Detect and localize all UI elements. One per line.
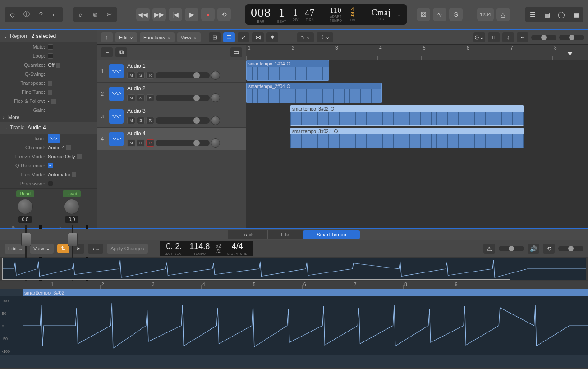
time-signature[interactable]: 44TIME [348, 4, 357, 25]
region-header[interactable]: ⌄ Region: 2 selected [0, 30, 97, 42]
track-header[interactable]: 2 Audio 2 M S R [97, 83, 246, 105]
volume-slider[interactable] [156, 95, 210, 101]
volume-slider[interactable] [156, 72, 210, 78]
secondary-tool[interactable]: ✢ ⌄ [317, 32, 333, 42]
loops-icon[interactable]: ◯ [555, 8, 568, 21]
automation-mode[interactable]: Read [16, 190, 34, 197]
stepper[interactable] [56, 63, 60, 68]
mute-button[interactable]: M [127, 139, 135, 147]
list-icon[interactable]: ☰ [526, 8, 539, 21]
play-icon[interactable]: ▶ [185, 8, 198, 21]
warning-icon[interactable]: ⚠ [483, 244, 495, 254]
mute-button[interactable]: M [127, 72, 135, 79]
hzoom-icon[interactable]: ↔ [517, 32, 528, 42]
snap-menu[interactable]: ⊙⌄ [473, 32, 485, 42]
track-icon[interactable] [109, 132, 124, 146]
inspector-row[interactable]: Freeze Mode:Source Only [0, 152, 97, 161]
tab-track[interactable]: Track [228, 230, 267, 239]
catch-icon[interactable]: ⁕ [266, 32, 278, 42]
library-icon[interactable]: ◇ [5, 8, 19, 21]
record-icon[interactable]: ● [201, 8, 215, 21]
track-icon[interactable] [109, 87, 124, 101]
editor-signature[interactable]: 4/4 [232, 242, 243, 251]
waveform-display[interactable]: 100500-50-100 [0, 296, 588, 355]
audio-region[interactable]: smarttempo_3#02.1 [290, 128, 524, 148]
pan-knob[interactable] [211, 116, 220, 125]
metronome-icon[interactable]: △ [496, 8, 510, 21]
inspector-row[interactable]: Icon: [0, 134, 97, 143]
mute-button[interactable]: M [127, 94, 135, 101]
editor-tempo[interactable]: 114.8 [189, 242, 210, 251]
lcd-key[interactable]: Cmaj [372, 9, 391, 17]
ed-hzoom[interactable] [558, 246, 583, 251]
rewind-icon[interactable]: ◀◀ [136, 8, 150, 21]
inspector-row[interactable]: Transpose: [0, 78, 97, 88]
scissors-icon[interactable]: ✂ [103, 8, 116, 21]
overview[interactable] [2, 258, 586, 280]
duplicate-track-icon[interactable]: ⧉ [115, 47, 127, 57]
lcd-tick[interactable]: 47 [305, 8, 315, 17]
view-menu[interactable]: View ⌄ [177, 32, 201, 42]
grid-icon[interactable]: ⊞ [209, 32, 220, 42]
pan-knob[interactable] [211, 71, 220, 80]
flex-icon[interactable]: ⋈ [252, 32, 264, 42]
record-button[interactable]: R [146, 139, 154, 147]
track-header[interactable]: 1 Audio 1 M S R [97, 60, 246, 83]
inspector-row[interactable]: Gain: [0, 106, 97, 115]
speaker-icon[interactable]: 🔊 [528, 244, 539, 254]
inspector-icon[interactable]: ⓘ [20, 8, 33, 21]
edit-menu[interactable]: Edit ⌄ [115, 32, 137, 42]
tab-file[interactable]: File [268, 230, 303, 239]
stepper[interactable] [77, 154, 82, 159]
automation-icon[interactable]: ⤢ [238, 32, 249, 42]
inspector-row[interactable]: Q-Reference: [0, 161, 97, 170]
tuner-icon[interactable]: ∿ [433, 8, 446, 21]
apply-changes-button[interactable]: Apply Changes [107, 244, 148, 254]
pan-value[interactable]: 0,0 [18, 216, 32, 223]
functions-menu[interactable]: Functions ⌄ [140, 32, 175, 42]
tempo-x2[interactable]: x2 [216, 244, 221, 249]
vzoom-icon[interactable]: ↕ [502, 32, 514, 42]
track-icon-picker[interactable] [48, 134, 60, 143]
hzoom-slider[interactable] [559, 35, 584, 40]
record-button[interactable]: R [146, 72, 154, 79]
solo-button[interactable]: S [137, 117, 145, 124]
mute-button[interactable]: M [127, 117, 135, 124]
mixer-icon[interactable]: ⎚ [88, 8, 102, 21]
volume-slider[interactable] [156, 140, 210, 146]
vzoom-slider[interactable] [531, 35, 556, 40]
solo-button[interactable]: S [137, 139, 145, 147]
track-header[interactable]: 3 Audio 3 M S R [97, 105, 246, 128]
smart-controls-icon[interactable]: ☼ [74, 8, 87, 21]
inspector-row[interactable]: Loop: [0, 51, 97, 60]
record-button[interactable]: R [146, 117, 154, 124]
ed-slider[interactable] [499, 246, 524, 251]
timeline[interactable]: 12345678910111213 smarttempo_1#04 smartt… [246, 45, 588, 228]
solo-button[interactable]: S [137, 72, 145, 79]
inspector-row[interactable]: Q-Swing: [0, 69, 97, 78]
stop-icon[interactable]: |◀ [169, 8, 182, 21]
inspector-row[interactable]: Mute: [0, 42, 97, 51]
inspector-row[interactable]: Quantize:Off [0, 60, 97, 69]
track-icon[interactable] [109, 64, 124, 78]
inspector-row[interactable]: Percussive: [0, 179, 97, 188]
pan-knob[interactable] [64, 199, 79, 214]
stepper[interactable] [48, 90, 52, 95]
more-row[interactable]: ›More [0, 115, 97, 120]
add-track-icon[interactable]: ＋ [101, 47, 113, 57]
checkbox[interactable] [48, 44, 53, 50]
browser-icon[interactable]: ▦ [569, 8, 583, 21]
checkbox[interactable] [48, 181, 53, 186]
stepper[interactable] [48, 81, 52, 86]
waveform-icon[interactable]: ⎍ [488, 32, 500, 42]
inspector-row[interactable]: Channel:Audio 4 [0, 143, 97, 152]
solo-icon[interactable]: S [449, 8, 463, 21]
editor-ruler[interactable]: 123456789 [0, 281, 588, 289]
tempo-half[interactable]: /2 [216, 249, 220, 254]
forward-icon[interactable]: ▶▶ [152, 8, 166, 21]
bar-ruler[interactable]: 12345678910111213 [246, 45, 588, 60]
tab-smart-tempo[interactable]: Smart Tempo [303, 230, 360, 239]
stepper[interactable] [66, 145, 71, 150]
lcd-beat[interactable]: 1 [278, 6, 285, 19]
checkbox[interactable] [48, 53, 53, 59]
